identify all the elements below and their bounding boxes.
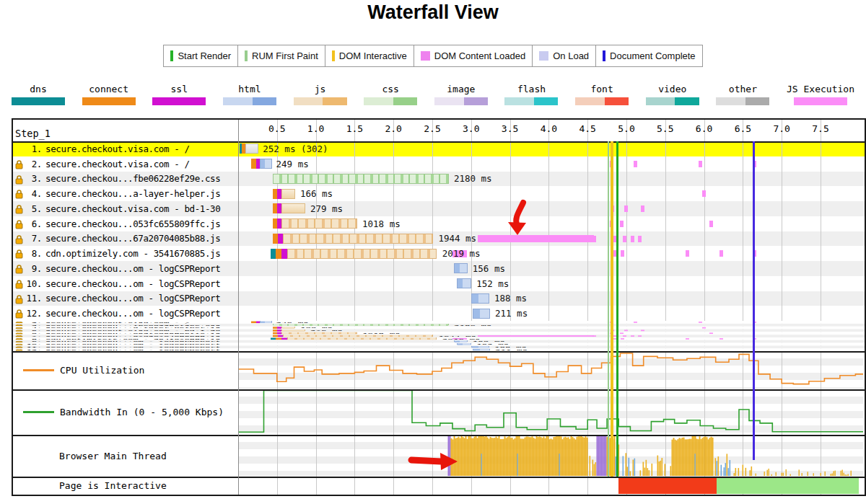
request-row-1[interactable]: 1.secure.checkout.visa.com - /252 ms (30…	[13, 141, 865, 156]
page-interactive-busy	[618, 478, 717, 494]
axis-tick-label: 5.0	[614, 123, 639, 134]
request-row-9[interactable]: 9.secure.checkou...om - logCSPReport156 …	[13, 261, 865, 276]
request-number: 8.	[23, 248, 42, 259]
document-complete-swatch	[603, 50, 605, 61]
lock-icon-wrap	[15, 159, 23, 172]
cpu-utilization-chart	[238, 351, 863, 389]
request-row-12[interactable]: 12.secure.checkou...om - logCSPReport211…	[13, 306, 865, 321]
axis-tick-label: 0.5	[265, 123, 289, 134]
request-row-10[interactable]: 10.secure.checkou...om - logCSPReport152…	[13, 276, 865, 291]
axis-tick-label: 5.5	[653, 123, 678, 134]
request-row-3[interactable]: 3.secure.checkou...fbe06228ef29e.css2180…	[13, 172, 865, 187]
resource-label: video	[658, 84, 686, 94]
resource-label: html	[238, 84, 261, 94]
legend-item-document-complete: Document Complete	[596, 45, 702, 66]
legend-item-rum-first-paint: RUM First Paint	[238, 45, 325, 66]
resource-label: font	[590, 84, 613, 94]
request-number: 10.	[23, 278, 42, 289]
legend-item-start-render: Start Render	[164, 45, 238, 66]
request-row-8[interactable]: 8.cdn.optimizely.com - 3541670885.js2019…	[13, 246, 865, 261]
request-row-5[interactable]: 5.secure.checkout.visa.com - bd-1-30279 …	[13, 201, 865, 216]
legend-label: DOM Interactive	[339, 50, 407, 61]
js-execution-blip	[634, 161, 637, 167]
lock-icon-wrap	[15, 309, 23, 322]
js-execution-blip	[702, 327, 706, 329]
legend-label: Document Complete	[610, 50, 696, 61]
bandwidth-in-label: Bandwidth In (0 - 5,000 Kbps)	[13, 389, 237, 435]
lock-icon-wrap	[15, 189, 23, 202]
js-execution-blip	[702, 190, 706, 197]
resource-legend-item-image: image	[434, 84, 488, 105]
resource-type-legend: dnsconnectsslhtmljscssimageflashfontvide…	[0, 84, 866, 105]
request-time-label: 1944 ms	[438, 231, 476, 247]
segment-connect	[276, 338, 282, 340]
axis-tick-label: 3.0	[459, 123, 484, 134]
request-row-label: 10.secure.checkou...om - logCSPReport	[23, 276, 220, 291]
main-thread-section-divider	[13, 435, 865, 436]
resource-legend-item-ssl: ssl	[152, 84, 206, 105]
cpu-line-swatch	[23, 369, 54, 371]
request-time-label: 211 ms	[495, 306, 528, 321]
request-time-label: 152 ms	[476, 276, 509, 291]
page-is-interactive-text: Page is Interactive	[59, 480, 167, 491]
lock-icon	[15, 175, 23, 185]
request-row-11[interactable]: 11.secure.checkou...om - logCSPReport188…	[13, 291, 865, 306]
axis-tick-label: 2.5	[420, 123, 445, 134]
js-execution-blip	[624, 330, 628, 332]
request-row-label: 7.secure.checkou...67a20704085b88.js	[23, 231, 220, 247]
request-url: secure.checkou...om - logCSPReport	[45, 308, 220, 319]
on-load-swatch	[539, 51, 548, 61]
cpu-section-divider	[13, 351, 865, 353]
page-title: Waterfall View	[0, 1, 866, 24]
axis-tick-label: 4.5	[575, 123, 600, 134]
request-row-label: 5.secure.checkout.visa.com - bd-1-30	[23, 201, 220, 216]
segment-html	[454, 263, 468, 273]
lock-icon-wrap	[15, 234, 23, 247]
js-execution-blip	[621, 250, 624, 257]
lock-icon-wrap	[15, 249, 23, 262]
axis-tick-label: 7.5	[808, 123, 833, 134]
legend-label: On Load	[553, 50, 589, 61]
request-row-7[interactable]: 7.secure.checkou...67a20704085b88.js1944…	[13, 231, 865, 247]
header-divider	[13, 141, 865, 143]
segment-js	[281, 203, 305, 213]
request-url: cdn.optimizely.com - 3541670885.js	[45, 248, 220, 259]
request-row-2[interactable]: 2.secure.checkout.visa.com - /249 ms	[13, 156, 865, 172]
segment-js	[281, 327, 294, 329]
waterfall-frame: Step_1 0.51.01.52.02.53.03.54.04.55.05.5…	[12, 118, 866, 496]
resource-legend-item-js: js	[294, 84, 347, 105]
lock-icon	[15, 280, 23, 289]
lock-icon	[15, 160, 23, 169]
bandwidth-in-chart	[238, 389, 863, 435]
legend-label: Start Render	[178, 50, 231, 61]
resource-legend-item-js-execution: JS Execution	[787, 84, 854, 105]
axis-tick-label: 1.0	[304, 123, 328, 134]
resource-label: css	[382, 84, 398, 94]
request-row-4[interactable]: 4.secure.checkou...a-layer-helper.js166 …	[13, 186, 865, 201]
legend-label: RUM First Paint	[252, 50, 318, 61]
request-time-label: 252 ms (302)	[263, 141, 328, 156]
lock-icon-wrap	[15, 219, 23, 232]
lock-icon	[15, 235, 23, 244]
resource-color-bar	[223, 97, 276, 105]
resource-color-bar	[575, 97, 629, 105]
js-execution-blip	[709, 332, 713, 334]
event-legend-box: Start RenderRUM First PaintDOM Interacti…	[163, 45, 702, 67]
resource-legend-item-dns: dns	[12, 84, 65, 105]
axis-tick-label: 1.5	[342, 123, 367, 134]
axis-tick-label: 2.0	[381, 123, 406, 134]
bandwidth-section-divider	[13, 389, 865, 391]
request-number: 3.	[23, 173, 42, 184]
segment-html	[457, 278, 471, 288]
request-url: secure.checkou...053fc655809ffc.js	[45, 218, 220, 229]
lock-icon-wrap	[15, 279, 23, 292]
request-time-label: 2019 ms	[442, 246, 481, 261]
resource-color-bar	[152, 97, 206, 105]
axis-tick-label: 3.5	[498, 123, 522, 134]
js-execution-blip	[592, 236, 596, 242]
lock-icon-wrap	[15, 294, 23, 307]
js-execution-blip	[699, 322, 702, 323]
request-number: 1.	[23, 143, 42, 154]
request-number: 4.	[23, 188, 42, 199]
request-row-6[interactable]: 6.secure.checkou...053fc655809ffc.js1018…	[13, 216, 865, 231]
